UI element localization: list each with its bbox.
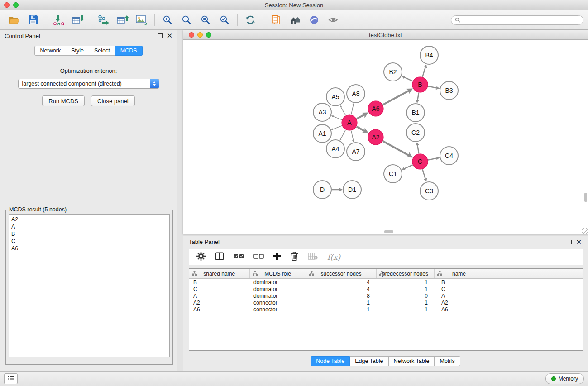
network-zoom-button[interactable]: [206, 32, 211, 38]
node-A7[interactable]: A7: [347, 143, 365, 161]
table-row[interactable]: A2connector11A2: [189, 299, 583, 306]
node-B1[interactable]: B1: [406, 104, 425, 122]
node-A2[interactable]: A2: [368, 129, 383, 145]
node-A6[interactable]: A6: [368, 101, 383, 116]
node-A8[interactable]: A8: [347, 85, 365, 103]
show-column-button[interactable]: [215, 252, 224, 262]
node-A4[interactable]: A4: [326, 140, 344, 158]
column-header-mcds-role[interactable]: MCDS role: [249, 269, 306, 279]
edge-B-B1[interactable]: [417, 93, 419, 102]
task-history-button[interactable]: [4, 373, 18, 384]
zoom-selected-button[interactable]: [215, 12, 234, 28]
add-column-button[interactable]: [273, 253, 281, 262]
edge-B-B2[interactable]: [402, 76, 412, 81]
apply-layout-button[interactable]: [241, 12, 260, 28]
result-item[interactable]: B: [11, 230, 167, 238]
edge-A-A7[interactable]: [351, 131, 354, 142]
function-builder-button[interactable]: f(x): [327, 253, 340, 262]
column-header-shared-name[interactable]: shared name: [189, 269, 249, 279]
tab-select[interactable]: Select: [89, 46, 115, 56]
memory-button[interactable]: Memory: [545, 373, 584, 384]
close-table-panel-icon[interactable]: ✕: [576, 239, 582, 245]
deselect-all-button[interactable]: [253, 253, 264, 261]
edge-A-A4[interactable]: [340, 130, 346, 140]
edge-A-A8[interactable]: [351, 104, 354, 114]
edge-A-A6[interactable]: [357, 113, 367, 119]
network-close-button[interactable]: [189, 32, 194, 38]
column-header-predecessor-nodes[interactable]: predecessor nodes: [376, 269, 434, 279]
table-row[interactable]: Bdominator41B: [189, 279, 583, 286]
edge-A-A2[interactable]: [357, 127, 367, 133]
close-window-button[interactable]: [4, 2, 10, 8]
tab-edge-table[interactable]: Edge Table: [350, 356, 388, 366]
float-table-panel-icon[interactable]: [567, 240, 572, 244]
result-item[interactable]: C: [11, 238, 167, 245]
zoom-out-button[interactable]: [177, 12, 196, 28]
edge-A-A5[interactable]: [340, 106, 346, 115]
edge-C-C2[interactable]: [417, 143, 419, 153]
node-C[interactable]: C: [412, 154, 428, 169]
edge-B-B4[interactable]: [422, 66, 426, 77]
node-A5[interactable]: A5: [326, 88, 344, 106]
export-table-button[interactable]: [113, 12, 132, 28]
export-image-button[interactable]: [132, 12, 151, 28]
result-item[interactable]: A6: [11, 245, 167, 252]
vertical-scrollbar-thumb[interactable]: [584, 193, 587, 202]
node-B3[interactable]: B3: [440, 81, 458, 100]
delete-column-button[interactable]: [290, 252, 298, 262]
table-settings-button[interactable]: [196, 252, 206, 262]
table-row[interactable]: A6connector11A6: [189, 306, 583, 313]
node-C2[interactable]: C2: [406, 124, 425, 142]
run-mcds-button[interactable]: Run MCDS: [42, 95, 85, 106]
export-network-button[interactable]: [94, 12, 113, 28]
table-row[interactable]: Adominator80A: [189, 292, 583, 299]
float-panel-icon[interactable]: [158, 33, 163, 38]
node-B[interactable]: B: [412, 77, 428, 92]
import-table-button[interactable]: [68, 12, 87, 28]
edge-B-B3[interactable]: [428, 86, 439, 89]
resize-grip[interactable]: [582, 228, 588, 234]
node-D[interactable]: D: [313, 181, 331, 199]
result-item[interactable]: A2: [11, 216, 167, 223]
zoom-fit-button[interactable]: [196, 12, 215, 28]
open-session-button[interactable]: [5, 12, 24, 28]
node-C4[interactable]: C4: [440, 147, 458, 165]
node-B2[interactable]: B2: [384, 63, 402, 81]
tab-style[interactable]: Style: [66, 46, 89, 56]
optimization-criterion-dropdown[interactable]: largest connected component (directed): [18, 79, 159, 89]
style-button[interactable]: [305, 12, 324, 28]
network-canvas[interactable]: B4B2BB3A5A8A6A3B1AC2A1A2A4A7C4CC1C3DD1: [183, 40, 588, 234]
node-B4[interactable]: B4: [420, 46, 438, 64]
edge-A-A1[interactable]: [332, 126, 342, 130]
column-header-successor-nodes[interactable]: successor nodes: [306, 269, 376, 279]
tab-network-table[interactable]: Network Table: [389, 356, 435, 366]
select-all-button[interactable]: [234, 253, 244, 261]
table-row[interactable]: Cdominator41C: [189, 286, 583, 292]
column-header-name[interactable]: name: [434, 269, 484, 279]
node-A1[interactable]: A1: [313, 124, 331, 143]
edge-A2-C[interactable]: [383, 141, 411, 157]
search-input[interactable]: [463, 16, 579, 24]
import-network-button[interactable]: [49, 12, 68, 28]
save-session-button[interactable]: [24, 12, 43, 28]
edge-A6-B[interactable]: [383, 90, 411, 105]
document-button[interactable]: [267, 12, 286, 28]
zoom-in-button[interactable]: [158, 12, 177, 28]
edge-C-C4[interactable]: [428, 158, 439, 160]
edge-C-C3[interactable]: [422, 169, 426, 181]
home-button[interactable]: [286, 12, 305, 28]
result-item[interactable]: A: [11, 223, 167, 230]
node-D1[interactable]: D1: [343, 181, 361, 199]
tab-node-table[interactable]: Node Table: [311, 356, 350, 366]
network-minimize-button[interactable]: [197, 32, 203, 38]
edge-C-C1[interactable]: [402, 165, 412, 169]
node-A[interactable]: A: [342, 115, 357, 130]
node-C3[interactable]: C3: [420, 182, 438, 200]
node-A3[interactable]: A3: [313, 103, 331, 121]
delete-table-button[interactable]: [308, 253, 318, 262]
horizontal-scrollbar-thumb[interactable]: [384, 230, 393, 233]
tab-motifs[interactable]: Motifs: [435, 356, 460, 366]
close-panel-icon[interactable]: ✕: [167, 33, 172, 38]
tab-mcds[interactable]: MCDS: [115, 46, 143, 56]
edge-A-A3[interactable]: [332, 116, 342, 120]
